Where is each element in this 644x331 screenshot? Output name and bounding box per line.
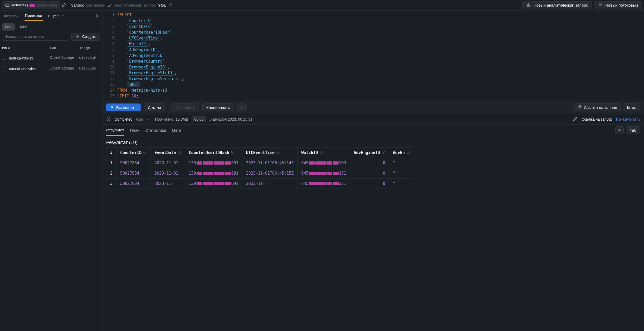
untitled-label: Без имени (86, 3, 105, 7)
cell-adv: 0 (350, 158, 389, 168)
head-type: Тип (50, 46, 79, 50)
tab-meta[interactable]: Мета (172, 125, 181, 136)
sidebar-row[interactable]: metrica-hits-s3 Object Storage ajeb786q9 (0, 53, 102, 63)
col-AdvEn[interactable]: AdvEn (389, 148, 414, 158)
tab-queries[interactable]: Запросы (2, 11, 19, 21)
result-table-wrap[interactable]: #CounterIDEventDateCounterUserIDHashUTCE… (103, 147, 644, 192)
row-type: Object Storage (50, 55, 79, 61)
tab-bindings[interactable]: Привязки (25, 11, 43, 21)
cloud-icon (5, 3, 10, 8)
col-AdvEngineID[interactable]: AdvEngineID (350, 148, 389, 158)
code[interactable]: SELECT `CounterID`, `EventDate`, `Counte… (117, 11, 644, 101)
create-button[interactable]: Создать (71, 33, 100, 41)
command-button[interactable]: Кома (623, 103, 640, 111)
home-icon[interactable] (62, 3, 67, 8)
col-EventDate[interactable]: EventDate (151, 148, 185, 158)
redacted (37, 4, 47, 7)
new-stream-button[interactable]: Новый потоковый (594, 1, 642, 9)
head-owner: Владе… (79, 46, 100, 50)
action-bar-right: Ссылка на запрос Кома (573, 103, 640, 111)
clone-button[interactable]: Клонировать (202, 103, 234, 111)
pencil-icon[interactable] (108, 3, 112, 8)
gutter: 123456789101112131415 (103, 11, 117, 101)
run-button[interactable]: Выполнить (106, 103, 141, 111)
topbar-right: Новый аналитический запрос Новый потоков… (522, 1, 642, 9)
col-UTCEventTime[interactable]: UTCEventTime (242, 148, 297, 158)
status-read: Прочитано: 18.8MB (155, 117, 188, 121)
project-crumb[interactable]: architects | (2, 1, 60, 9)
sidebar-row[interactable]: tutorial-analytics Object Storage ajeb78… (0, 63, 102, 74)
status-completed: Completed (115, 117, 133, 121)
cell-date: 2023-11-01 (151, 168, 185, 179)
more-actions-button[interactable] (237, 103, 246, 111)
svg-point-0 (170, 4, 171, 5)
collapse-sidebar-button[interactable] (95, 13, 100, 18)
cell-adv2: "" (389, 179, 414, 189)
tab-stats[interactable]: Статистика (145, 125, 166, 136)
tab-plan[interactable]: План (130, 125, 139, 136)
cell-watch: 645231 (297, 179, 350, 189)
show-run-link[interactable]: Показать запу (616, 117, 640, 121)
chevron-down-icon (61, 14, 65, 18)
stream-icon (598, 2, 603, 8)
run-link[interactable]: Ссылка на запуск (582, 117, 612, 121)
crumb-prefix: architects | (11, 3, 28, 7)
info-icon (178, 150, 181, 155)
query-link-button[interactable]: Ссылка на запрос (573, 103, 621, 111)
table-head-row: #CounterIDEventDateCounterUserIDHashUTCE… (106, 148, 414, 158)
row-type: Object Storage (50, 66, 79, 72)
filter-row: Все Мои (0, 21, 102, 33)
person-icon[interactable] (168, 3, 173, 8)
tab-more[interactable]: Еще 2 (48, 14, 65, 18)
run-label: Выполнить (116, 105, 136, 110)
cell-idx: 1 (106, 158, 116, 168)
details-button[interactable]: Детали (144, 103, 165, 111)
stats-icon (147, 117, 151, 122)
cell-adv2: "" (389, 158, 414, 168)
table-row[interactable]: 2 50027884 2023-11-01 139691 2023-11-01T… (106, 168, 414, 179)
table-row[interactable]: 3 50027884 2023-11- 139691 2023-11- 6452… (106, 179, 414, 189)
cell-counter: 50027884 (116, 168, 151, 179)
tab-result[interactable]: Результат (106, 125, 124, 136)
save-button[interactable]: Сохранить (172, 103, 199, 111)
cell-date: 2023-11- (151, 179, 185, 189)
new-stream-label: Новый потоковый (605, 3, 638, 7)
tab-more-label: Еще 2 (48, 14, 59, 18)
col-CounterUserIDHash[interactable]: CounterUserIDHash (185, 148, 242, 158)
col-CounterID[interactable]: CounterID (116, 148, 151, 158)
plus-icon (75, 34, 80, 39)
search-row: Создать (0, 33, 102, 43)
cell-adv2: "" (389, 168, 414, 179)
download-button[interactable] (615, 126, 624, 134)
row-owner: ajeb786q9 (79, 66, 100, 72)
col-WatchID[interactable]: WatchID (297, 148, 350, 158)
table-row[interactable]: 1 50027884 2023-11-01 139691 2023-11-01T… (106, 158, 414, 168)
new-analytic-button[interactable]: Новый аналитический запрос (522, 1, 592, 9)
cell-counter: 50027884 (116, 179, 151, 189)
filter-all[interactable]: Все (2, 23, 15, 31)
status-mode: Run (136, 117, 143, 121)
svg-point-1 (107, 117, 110, 121)
status-bar: Completed Run Прочитано: 18.8MB 00:03 5 … (103, 114, 644, 125)
cell-date: 2023-11-01 (151, 158, 185, 168)
result-tabs: Результат План Статистика Мета Таб (103, 125, 644, 136)
filter-input[interactable] (2, 33, 69, 41)
col-#[interactable]: # (106, 148, 116, 158)
editor[interactable]: 123456789101112131415 SELECT `CounterID`… (103, 11, 644, 101)
query-link-label: Ссылка на запрос (584, 105, 617, 110)
link-icon (577, 105, 582, 110)
info-icon (382, 150, 385, 155)
cell-watch: 645103 (297, 158, 350, 168)
info-icon (143, 150, 147, 155)
lang-badge: YQL (158, 3, 166, 7)
create-label: Создать (82, 34, 96, 39)
filter-mine[interactable]: Мои (17, 23, 30, 31)
info-icon (406, 150, 410, 155)
content: 123456789101112131415 SELECT `CounterID`… (103, 11, 644, 331)
new-analytic-label: Новый аналитический запрос (534, 3, 588, 7)
table-view-button[interactable]: Таб (626, 126, 640, 134)
cell-watch: 645151 (297, 168, 350, 179)
sidebar-tabs: Запросы Привязки Еще 2 (0, 11, 102, 21)
info-icon (231, 150, 235, 155)
chevron-down-icon (240, 105, 243, 110)
